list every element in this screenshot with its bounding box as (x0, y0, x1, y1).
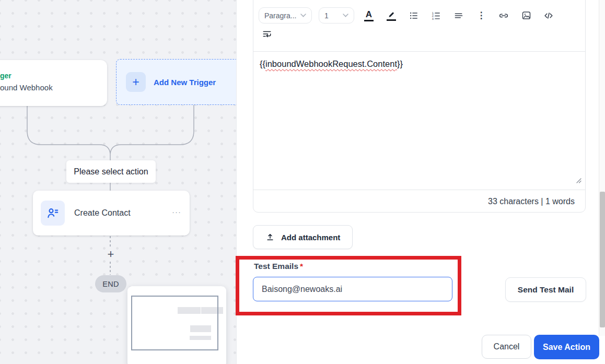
font-size-select[interactable]: 1 (319, 7, 354, 24)
scrollbar-thumb[interactable] (600, 192, 605, 327)
editor-toolbar: Paragra... 1 A (253, 0, 585, 51)
resize-handle[interactable] (575, 175, 581, 185)
ordered-list-icon[interactable]: 1. 2. 3. (430, 9, 443, 22)
email-body-editor[interactable]: {{inboundWebhookRequest.Content}} (253, 51, 585, 190)
character-count: 33 characters | 1 words (253, 190, 585, 213)
chevron-down-icon (300, 14, 306, 17)
insert-step-plus-icon[interactable]: + (104, 248, 118, 261)
trigger-node[interactable]: ger ound Webhook (0, 60, 107, 106)
contact-icon (41, 201, 65, 226)
merge-field-text: {{inboundWebhookRequest.Content}} (260, 59, 403, 68)
paragraph-style-select[interactable]: Paragra... (259, 7, 312, 24)
create-contact-node[interactable]: Create Contact ··· (33, 191, 190, 236)
node-menu-icon[interactable]: ··· (172, 207, 181, 216)
chevron-down-icon (343, 14, 348, 17)
svg-text:3.: 3. (432, 17, 435, 20)
trigger-node-title: ger (0, 72, 11, 80)
add-new-trigger-button[interactable]: + Add New Trigger (116, 59, 241, 105)
action-settings-panel: Paragra... 1 A (236, 0, 605, 364)
select-action-tooltip: Please select action (66, 160, 156, 183)
align-icon[interactable] (452, 9, 465, 22)
upload-icon (265, 232, 275, 242)
add-new-trigger-label: Add New Trigger (154, 78, 216, 87)
create-contact-label: Create Contact (74, 208, 131, 218)
highlight-icon[interactable] (385, 9, 398, 22)
plus-icon: + (126, 72, 146, 92)
add-attachment-button[interactable]: Add attachment (253, 225, 353, 249)
paragraph-style-value: Paragra... (264, 11, 296, 20)
save-action-button[interactable]: Save Action (534, 335, 599, 359)
minimap-viewport[interactable] (131, 296, 218, 350)
text-wrap-icon[interactable] (261, 28, 273, 40)
required-asterisk: * (300, 262, 303, 271)
cancel-button[interactable]: Cancel (482, 335, 531, 359)
more-options-icon[interactable]: ⋮ (475, 9, 487, 22)
code-icon[interactable] (542, 9, 555, 22)
add-attachment-label: Add attachment (281, 233, 340, 242)
bullet-list-icon[interactable] (408, 9, 420, 22)
image-icon[interactable] (520, 9, 532, 22)
rich-text-editor: Paragra... 1 A (253, 0, 586, 213)
font-size-value: 1 (324, 11, 329, 20)
text-color-icon[interactable]: A (363, 9, 375, 22)
minimap[interactable] (127, 286, 226, 364)
test-emails-label: Test Emails* (254, 262, 303, 271)
send-test-mail-button[interactable]: Send Test Mail (505, 277, 586, 302)
end-badge: END (95, 275, 126, 292)
trigger-node-subtitle: ound Webhook (0, 83, 53, 92)
panel-scrollbar[interactable] (599, 0, 605, 336)
link-icon[interactable] (497, 9, 510, 22)
test-emails-input[interactable] (253, 277, 452, 301)
